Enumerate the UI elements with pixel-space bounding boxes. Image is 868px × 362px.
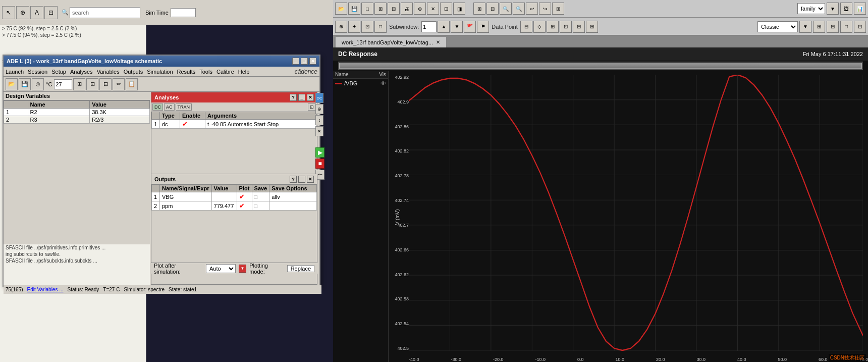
toolbar-btn-2[interactable]: ⊕ — [16, 6, 29, 19]
menu-analyses[interactable]: Analyses — [70, 69, 93, 75]
dc-response-tab[interactable]: work_13rf bandGapVolte_lowVotag... ✕ — [335, 36, 447, 47]
out-row1-save[interactable]: □ — [252, 192, 269, 201]
ade-tb-save[interactable]: 💾 — [19, 78, 31, 90]
rtb2-btn3[interactable]: ⊡ — [361, 21, 373, 33]
ade-tb-btn6[interactable]: ⊡ — [86, 78, 98, 90]
classic-select[interactable]: Classic — [757, 21, 798, 32]
toolbar-btn-3[interactable]: A — [30, 6, 43, 19]
ade-tb-btn9[interactable]: 📋 — [126, 78, 138, 90]
ade-maximize-btn[interactable]: □ — [301, 58, 308, 65]
ade-tb-copy[interactable]: © — [32, 78, 44, 90]
menu-variables[interactable]: Variables — [97, 69, 120, 75]
analyses-close-btn[interactable]: ✕ — [307, 94, 314, 101]
ade-tb-btn8[interactable]: ✏ — [113, 78, 125, 90]
analyses-min-btn[interactable]: _ — [298, 94, 305, 101]
outputs-min-btn[interactable]: _ — [298, 176, 305, 183]
rtb-btn5[interactable]: ⊟ — [388, 3, 400, 15]
ade-tb-open[interactable]: 📂 — [6, 78, 18, 90]
legend-item-vbg[interactable]: /VBG 👁 — [333, 79, 388, 88]
dv-row2-value[interactable]: R2/3 — [90, 116, 150, 124]
dc-tab-close-btn[interactable]: ✕ — [436, 39, 440, 45]
family-select[interactable]: family — [797, 3, 825, 14]
rtb-family-btn[interactable]: ▼ — [827, 3, 839, 15]
analyses-help-btn[interactable]: ? — [290, 94, 297, 101]
rtb-btn11[interactable]: ⊞ — [473, 3, 485, 15]
menu-session[interactable]: Session — [28, 69, 47, 75]
act-btn-dc[interactable]: DC — [315, 93, 323, 103]
rtb2-icon3[interactable]: □ — [840, 21, 852, 33]
plot-auto-arrow[interactable]: ▼ — [239, 265, 247, 273]
rtb-btn9[interactable]: ⊡ — [440, 3, 452, 15]
rtb-btn15[interactable]: ↩ — [526, 3, 538, 15]
act-btn-1[interactable]: ⊕ — [315, 104, 323, 114]
outputs-close-btn[interactable]: ✕ — [307, 176, 314, 183]
search-input[interactable] — [70, 7, 140, 18]
rtb2-up[interactable]: ▲ — [438, 21, 450, 33]
rtb-btn14[interactable]: 🔍 — [513, 3, 525, 15]
ade-minimize-btn[interactable]: _ — [292, 58, 299, 65]
rtb-print-btn[interactable]: 🖨 — [401, 3, 413, 15]
status-line[interactable]: 75(165) — [6, 287, 23, 292]
toolbar-btn-4[interactable]: ⊡ — [44, 6, 58, 19]
ac-icon[interactable]: AC — [164, 104, 175, 111]
rtb-btn7[interactable]: ⊕ — [414, 3, 426, 15]
menu-simulation[interactable]: Simulation — [147, 69, 173, 75]
rtb-open-btn[interactable]: 📂 — [335, 3, 347, 15]
ade-tb-btn7[interactable]: ⊟ — [99, 78, 112, 90]
rtb2-icon4[interactable]: ⊡ — [854, 21, 866, 33]
plot-auto-select[interactable]: Auto — [206, 264, 236, 273]
rtb2-btn2[interactable]: ✦ — [348, 21, 360, 33]
rtb2-icon2[interactable]: ⊟ — [827, 21, 839, 33]
stop-btn[interactable]: ■ — [315, 159, 324, 169]
rtb2-flag2[interactable]: ⚑ — [477, 21, 489, 33]
rtb-icon2[interactable]: 📊 — [854, 3, 866, 15]
rtb2-dp4[interactable]: ⊡ — [560, 21, 572, 33]
menu-results[interactable]: Results — [177, 69, 196, 75]
rtb2-dp6[interactable]: ⊞ — [586, 21, 598, 33]
plotting-mode-value[interactable]: Replace — [287, 265, 314, 272]
rtb-btn3[interactable]: □ — [361, 3, 373, 15]
rtb2-dp1[interactable]: ⊟ — [520, 21, 532, 33]
rtb2-flag[interactable]: 🚩 — [464, 21, 476, 33]
rtb-btn17[interactable]: ⊞ — [552, 3, 564, 15]
rtb-save-btn[interactable]: 💾 — [348, 3, 360, 15]
ade-tb-btn5[interactable]: ⊞ — [73, 78, 85, 90]
rtb2-dp3[interactable]: ⊞ — [547, 21, 559, 33]
rtb-btn16[interactable]: ↪ — [539, 3, 551, 15]
rtb2-btn4[interactable]: □ — [374, 21, 387, 33]
dv-row1-value[interactable]: 38.3K — [90, 109, 150, 116]
chart-scrollbar[interactable] — [338, 62, 863, 70]
rtb2-icon1[interactable]: ⊞ — [813, 21, 825, 33]
temp-input[interactable] — [54, 79, 72, 89]
rtb-icon1[interactable]: 🖼 — [840, 3, 852, 15]
rtb-btn13[interactable]: 🔍 — [500, 3, 512, 15]
an-row1-type[interactable]: dc — [160, 120, 180, 129]
rtb2-dp5[interactable]: ⊟ — [573, 21, 585, 33]
rtb2-down[interactable]: ▼ — [451, 21, 463, 33]
act-btn-2[interactable]: ↕ — [315, 115, 323, 125]
dc-icon[interactable]: DC — [152, 104, 163, 111]
tran-icon[interactable]: TRAN — [176, 104, 192, 111]
out-row1-name[interactable]: VBG — [160, 192, 212, 201]
rtb-btn4[interactable]: ⊞ — [374, 3, 387, 15]
sim-icon[interactable]: ⊡ — [308, 104, 316, 111]
out-row2-name[interactable]: ppm — [160, 201, 212, 211]
subwindow-input[interactable] — [421, 21, 437, 32]
rtb-btn8[interactable]: ✕ — [427, 3, 439, 15]
out-row1-plot[interactable]: ✔ — [237, 192, 252, 201]
rtb2-btn1[interactable]: ⊕ — [335, 21, 347, 33]
scrollbar-thumb[interactable] — [339, 63, 862, 69]
rtb2-classic-arrow[interactable]: ▼ — [799, 21, 811, 33]
outputs-help-btn[interactable]: ? — [290, 176, 297, 183]
an-row1-enable[interactable]: ✔ — [180, 120, 205, 129]
act-btn-x[interactable]: ✕ — [315, 126, 323, 136]
out-row2-save[interactable]: □ — [252, 201, 269, 211]
menu-outputs[interactable]: Outputs — [124, 69, 143, 75]
dv-row2-name[interactable]: R3 — [28, 116, 90, 124]
edit-vars-btn[interactable]: Edit Variables ... — [27, 287, 63, 292]
rtb-btn12[interactable]: ⊟ — [486, 3, 499, 15]
ade-close-btn[interactable]: ✕ — [309, 58, 316, 65]
run-btn[interactable]: ▶ — [315, 147, 324, 158]
menu-calibre[interactable]: Calibre — [216, 69, 234, 75]
menu-help[interactable]: Help — [238, 69, 250, 75]
